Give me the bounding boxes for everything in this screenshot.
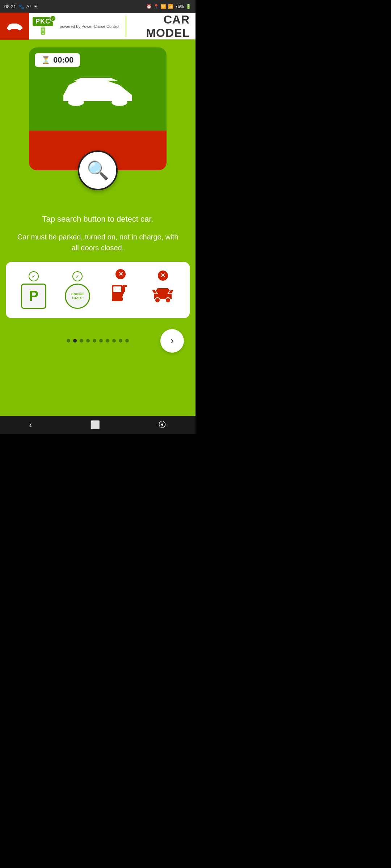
battery-icon: 🔋 — [186, 4, 191, 9]
svg-point-1 — [112, 99, 127, 106]
dot-0 — [67, 339, 70, 342]
home-button[interactable]: ⬜ — [83, 417, 107, 433]
doors-svg — [151, 283, 175, 308]
status-icon-2: Aˣ — [26, 4, 32, 9]
car-card: ⏳ 00:00 🔍 — [29, 47, 167, 170]
svg-point-0 — [68, 99, 84, 106]
engine-check-icon: ✓ — [72, 271, 83, 281]
dot-1 — [73, 339, 77, 342]
recents-button[interactable]: ⦿ — [151, 417, 173, 433]
instruction-primary: Tap search button to detect car. — [13, 214, 182, 225]
status-icon-1: 🐾 — [18, 4, 24, 9]
car-card-top: ⏳ 00:00 — [29, 47, 167, 131]
next-arrow-icon: › — [171, 335, 174, 346]
system-navbar: ‹ ⬜ ⦿ — [0, 416, 196, 434]
engine-icon: ENGINESTART — [65, 284, 90, 309]
timer-badge: ⏳ 00:00 — [35, 53, 80, 67]
dot-5 — [99, 339, 103, 342]
dot-6 — [106, 339, 109, 342]
main-content: ⏳ 00:00 🔍 Tap search button to detect ca… — [0, 40, 196, 416]
svg-point-8 — [165, 298, 171, 303]
alarm-icon: ⏰ — [146, 4, 152, 9]
wifi-icon: 🛜 — [161, 4, 166, 9]
conditions-card: ✓ P ✓ ENGINESTART ✕ — [6, 262, 190, 318]
doors-icon — [151, 283, 175, 310]
charging-check-icon: ✕ — [115, 269, 126, 279]
app-header: ✓ PKC 🔋 powered by Power Cruise Control … — [0, 13, 196, 40]
location-icon: 📍 — [154, 4, 159, 9]
pagination-dots — [35, 339, 160, 342]
status-left: 08:21 🐾 Aˣ ☀ — [4, 4, 38, 9]
bottom-nav: › — [6, 326, 190, 356]
header-brand: ✓ PKC 🔋 — [29, 17, 57, 35]
logo-car-svg — [5, 21, 24, 32]
dot-3 — [86, 339, 90, 342]
car-silhouette-svg — [56, 74, 139, 110]
svg-rect-5 — [123, 285, 127, 287]
charging-svg — [109, 281, 133, 307]
engine-text: ENGINESTART — [71, 292, 84, 300]
condition-engine: ✓ ENGINESTART — [65, 271, 90, 309]
charging-icon — [109, 281, 133, 311]
search-button[interactable]: 🔍 — [78, 150, 118, 190]
brand-battery-icon: 🔋 — [38, 26, 48, 35]
signal-icon: 📶 — [168, 4, 173, 9]
next-button[interactable]: › — [160, 329, 184, 353]
condition-parked: ✓ P — [21, 271, 46, 309]
dot-7 — [112, 339, 116, 342]
dot-8 — [119, 339, 122, 342]
timer-value: 00:00 — [53, 55, 73, 65]
back-button[interactable]: ‹ — [22, 417, 39, 433]
search-icon: 🔍 — [87, 160, 109, 181]
status-icon-3: ☀ — [34, 4, 38, 9]
battery-label: 76% — [175, 4, 184, 9]
brand-check-icon: ✓ — [50, 15, 56, 22]
status-right: ⏰ 📍 🛜 📶 76% 🔋 — [146, 4, 191, 9]
condition-charging: ✕ — [109, 269, 133, 311]
dot-9 — [125, 339, 129, 342]
p-letter: P — [29, 288, 38, 304]
header-logo — [0, 13, 29, 40]
parked-icon: P — [21, 284, 46, 309]
status-time: 08:21 — [4, 4, 16, 9]
svg-rect-3 — [113, 286, 121, 292]
doors-check-icon: ✕ — [158, 271, 168, 281]
header-divider — [126, 16, 126, 37]
status-bar: 08:21 🐾 Aˣ ☀ ⏰ 📍 🛜 📶 76% 🔋 — [0, 0, 196, 13]
car-silhouette — [56, 74, 139, 112]
hourglass-icon: ⏳ — [41, 56, 50, 64]
header-powered-text: powered by Power Cruise Control — [57, 24, 122, 29]
condition-doors: ✕ — [151, 271, 175, 310]
svg-point-7 — [155, 298, 160, 303]
dot-4 — [93, 339, 96, 342]
dot-2 — [80, 339, 83, 342]
instruction-block: Tap search button to detect car. Car mus… — [6, 214, 190, 262]
parked-check-icon: ✓ — [29, 271, 39, 281]
page-title: CAR MODEL — [130, 13, 196, 40]
instruction-secondary: Car must be parked, turned on, not in ch… — [13, 231, 182, 253]
